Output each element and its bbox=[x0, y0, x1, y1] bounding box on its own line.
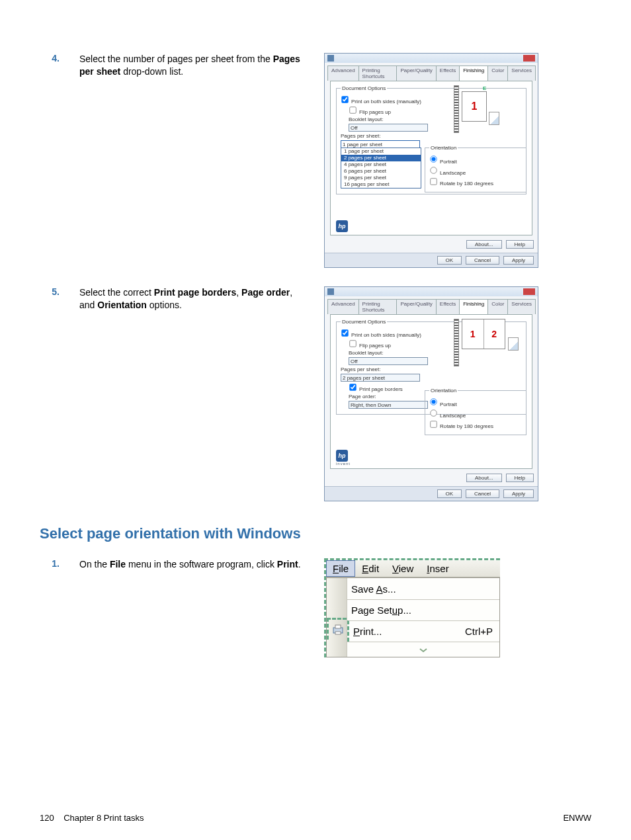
tab-services[interactable]: Services bbox=[507, 299, 536, 314]
tab-finishing[interactable]: Finishing bbox=[459, 299, 488, 314]
landscape-radio[interactable]: Landscape bbox=[429, 170, 466, 176]
flip-pages-checkbox[interactable]: Flip pages up bbox=[349, 343, 391, 349]
close-icon[interactable] bbox=[523, 288, 535, 295]
apply-button[interactable]: Apply bbox=[503, 489, 534, 498]
cancel-button[interactable]: Cancel bbox=[466, 489, 499, 498]
page-preview-area: E 1 bbox=[454, 85, 526, 142]
apply-button[interactable]: Apply bbox=[503, 256, 534, 265]
menu-view[interactable]: View bbox=[386, 560, 420, 577]
tab-services[interactable]: Services bbox=[507, 65, 536, 81]
svg-rect-1 bbox=[335, 625, 341, 628]
ok-button[interactable]: OK bbox=[437, 489, 462, 498]
hp-logo: hp bbox=[336, 220, 348, 232]
tab-advanced[interactable]: Advanced bbox=[327, 65, 359, 81]
pps-option-2[interactable]: 2 pages per sheet bbox=[341, 155, 421, 161]
menu-edit[interactable]: Edit bbox=[355, 560, 386, 577]
step5-b3: Orientation bbox=[97, 300, 147, 310]
tab-finishing[interactable]: Finishing bbox=[459, 65, 488, 81]
orientation-legend: Orientation bbox=[429, 145, 458, 151]
document-options-legend: Document Options bbox=[341, 319, 387, 325]
step-text-5: Select the correct Print page borders, P… bbox=[79, 286, 304, 501]
menuitem-print-shortcut: Ctrl+P bbox=[465, 626, 493, 637]
rotate180-checkbox[interactable]: Rotate by 180 degrees bbox=[429, 181, 493, 187]
hp-logo: hp bbox=[336, 450, 348, 462]
step5-post: options. bbox=[147, 300, 182, 310]
step5-b2: Page order bbox=[241, 287, 290, 298]
orientation-legend: Orientation bbox=[429, 388, 458, 394]
duplex-checkbox[interactable]: Print on both sides (manually) bbox=[341, 332, 421, 338]
step-number-4: 4. bbox=[40, 53, 60, 268]
preview-page-1: 1 bbox=[462, 91, 487, 122]
pps-option-1[interactable]: 1 page per sheet bbox=[341, 148, 421, 155]
booklet-layout-select[interactable]: Off bbox=[349, 124, 428, 132]
tab-paper[interactable]: Paper/Quality bbox=[396, 299, 436, 314]
printer-icon bbox=[332, 624, 344, 636]
pps-option-6[interactable]: 6 pages per sheet bbox=[341, 168, 421, 175]
pps-option-9[interactable]: 9 pages per sheet bbox=[341, 175, 421, 181]
cancel-button[interactable]: Cancel bbox=[466, 256, 499, 265]
booklet-layout-select[interactable]: Off bbox=[349, 357, 428, 365]
portrait-radio[interactable]: Portrait bbox=[429, 401, 457, 407]
help-button[interactable]: Help bbox=[506, 240, 534, 249]
step-number-5: 5. bbox=[40, 286, 60, 501]
portrait-radio[interactable]: Portrait bbox=[429, 159, 457, 165]
menu-insert[interactable]: Inser bbox=[420, 560, 455, 577]
flip-pages-checkbox[interactable]: Flip pages up bbox=[349, 109, 391, 115]
menu-file[interactable]: File bbox=[326, 560, 355, 577]
section-heading: Select page orientation with Windows bbox=[40, 525, 591, 542]
print-properties-dialog-2: Advanced Printing Shortcuts Paper/Qualit… bbox=[324, 286, 538, 501]
duplex-checkbox[interactable]: Print on both sides (manually) bbox=[341, 99, 421, 105]
tab-color[interactable]: Color bbox=[487, 299, 508, 314]
print-properties-dialog-1: Advanced Printing Shortcuts Paper/Qualit… bbox=[324, 53, 538, 268]
page-number: 120 bbox=[40, 813, 54, 823]
menuitem-print[interactable]: Print... Ctrl+P bbox=[347, 620, 499, 642]
step5-sep1: , bbox=[236, 287, 241, 298]
about-button[interactable]: About... bbox=[466, 240, 502, 249]
tab-paper[interactable]: Paper/Quality bbox=[396, 65, 436, 81]
pps-option-4[interactable]: 4 pages per sheet bbox=[341, 161, 421, 168]
tab-effects[interactable]: Effects bbox=[436, 299, 460, 314]
tab-effects[interactable]: Effects bbox=[436, 65, 460, 81]
pps-option-16[interactable]: 16 pages per sheet bbox=[341, 181, 421, 188]
step1-pre: On the bbox=[79, 559, 110, 569]
about-button[interactable]: About... bbox=[466, 474, 502, 482]
step-number-1: 1. bbox=[40, 558, 60, 657]
menuitem-page-setup[interactable]: Page Setup... bbox=[347, 599, 499, 620]
orientation-group: Orientation Portrait Landscape Rotate by… bbox=[425, 388, 526, 435]
landscape-radio[interactable]: Landscape bbox=[429, 413, 466, 419]
print-page-borders-checkbox[interactable]: Print page borders bbox=[349, 386, 403, 392]
footer-right: ENWW bbox=[563, 813, 591, 823]
pages-per-sheet-select[interactable]: 2 pages per sheet bbox=[341, 374, 420, 382]
tab-shortcuts[interactable]: Printing Shortcuts bbox=[358, 299, 398, 314]
ok-button[interactable]: OK bbox=[437, 256, 462, 265]
preview-letter-e: E bbox=[483, 85, 487, 91]
step-text-1: On the File menu in the software program… bbox=[79, 558, 304, 657]
tab-shortcuts[interactable]: Printing Shortcuts bbox=[358, 65, 398, 81]
close-icon[interactable] bbox=[523, 55, 535, 62]
menu-expand-icon[interactable] bbox=[347, 642, 499, 657]
step1-mid: menu in the software program, click bbox=[126, 559, 277, 569]
preview-next-page-icon bbox=[489, 112, 499, 125]
window-icon bbox=[327, 55, 334, 62]
tab-advanced[interactable]: Advanced bbox=[327, 299, 359, 314]
page-preview-area: 1 2 bbox=[454, 319, 526, 376]
step-text-4: Select the number of pages per sheet fro… bbox=[79, 53, 304, 268]
step1-b1: File bbox=[110, 559, 126, 569]
tab-color[interactable]: Color bbox=[487, 65, 508, 81]
step4-post: drop-down list. bbox=[120, 66, 183, 77]
step5-pre: Select the correct bbox=[79, 287, 154, 298]
step1-b2: Print bbox=[277, 559, 298, 569]
preview-page-1: 1 bbox=[462, 319, 484, 349]
step5-b1: Print page borders bbox=[154, 287, 236, 298]
orientation-group: Orientation Portrait Landscape Rotate by… bbox=[425, 145, 526, 192]
page-order-select[interactable]: Right, then Down bbox=[349, 401, 428, 409]
step4-pre: Select the number of pages per sheet fro… bbox=[79, 54, 273, 64]
menuitem-save-as[interactable]: Save As... bbox=[347, 578, 499, 599]
help-button[interactable]: Help bbox=[506, 474, 534, 482]
rotate180-checkbox[interactable]: Rotate by 180 degrees bbox=[429, 423, 493, 429]
pages-per-sheet-options[interactable]: 1 page per sheet 2 pages per sheet 4 pag… bbox=[341, 147, 421, 189]
preview-page-2: 2 bbox=[484, 319, 505, 349]
chapter-label: Chapter 8 Print tasks bbox=[63, 813, 144, 823]
step1-post: . bbox=[298, 559, 301, 569]
window-icon bbox=[327, 288, 334, 295]
